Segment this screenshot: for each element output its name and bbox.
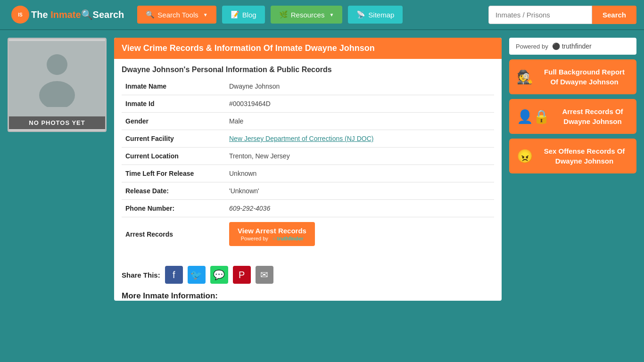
arrest-records-text: Arrest Records Of Dwayne Johnson (556, 107, 629, 126)
facility-link[interactable]: New Jersey Department of Corrections (NJ… (229, 135, 374, 142)
field-label-arrest: Arrest Records (122, 217, 225, 251)
sidebar-card-arrest-records[interactable]: 👤🔒 Arrest Records Of Dwayne Johnson (509, 99, 636, 134)
background-report-icon: 🕵️ (517, 69, 533, 85)
field-value-gender: Male (225, 113, 494, 130)
inmate-photo-box: NO PHOTOS YET (8, 38, 107, 132)
arrest-powered-by: Powered by ○ truthfinder (241, 236, 304, 241)
field-value-phone: 609-292-4036 (225, 200, 494, 217)
table-row: Gender Male (122, 113, 494, 130)
header: IS The Inmate🔍Search 🔍 Search Tools ▼ 📝 … (0, 0, 644, 30)
search-tools-button[interactable]: 🔍 Search Tools ▼ (137, 6, 216, 24)
field-label-id: Inmate Id (122, 95, 225, 113)
powered-by-bar: Powered by ⚫ truthfinder (509, 38, 636, 55)
blog-icon: 📝 (231, 10, 239, 19)
search-tools-label: Search Tools (157, 11, 198, 19)
info-panel: View Crime Records & Information Of Inma… (114, 38, 502, 301)
field-label-phone: Phone Number: (122, 200, 225, 217)
sex-offense-icon: 😠 (517, 148, 533, 164)
blog-label: Blog (242, 11, 256, 19)
blog-button[interactable]: 📝 Blog (222, 6, 265, 24)
table-row: Release Date: 'Unknown' (122, 182, 494, 200)
search-input[interactable] (488, 6, 592, 24)
more-info-title: More Inmate Information: (114, 288, 502, 301)
resources-button[interactable]: 🌿 Resources ▼ (271, 6, 343, 24)
resources-label: Resources (291, 11, 325, 19)
logo-text: The Inmate🔍Search (31, 10, 124, 19)
svg-point-3 (39, 81, 75, 107)
table-row: Time Left For Release Unknown (122, 165, 494, 182)
field-label-gender: Gender (122, 113, 225, 130)
tf-logo-circle: ⚫ (552, 42, 560, 50)
share-email-button[interactable]: ✉ (256, 266, 273, 284)
truthfinder-label: ○ truthfinder (272, 236, 303, 241)
share-section: Share This: f 🐦 💬 P ✉ (114, 258, 502, 288)
logo: IS The Inmate🔍Search (8, 4, 128, 25)
share-pinterest-button[interactable]: P (233, 266, 251, 284)
main-content: NO PHOTOS YET View Crime Records & Infor… (0, 30, 644, 308)
search-button[interactable]: Search (592, 6, 636, 24)
photo-silhouette (9, 41, 105, 116)
field-label-facility: Current Facility (122, 130, 225, 148)
field-value-time-release: Unknown (225, 165, 494, 182)
share-whatsapp-button[interactable]: 💬 (210, 266, 228, 284)
sidebar-card-sex-offense[interactable]: 😠 Sex Offense Records Of Dwayne Johnson (509, 139, 636, 173)
powered-by-text: Powered by (516, 43, 548, 50)
truthfinder-logo: ⚫ truthfinder (552, 42, 592, 50)
search-tools-icon: 🔍 (146, 10, 155, 19)
table-row: Inmate Name Dwayne Johnson (122, 78, 494, 95)
share-label: Share This: (122, 271, 160, 279)
share-facebook-button[interactable]: f (165, 266, 183, 284)
search-button-label: Search (603, 11, 626, 19)
header-search: Search (488, 6, 636, 24)
share-twitter-button[interactable]: 🐦 (188, 266, 206, 284)
sitemap-icon: 📡 (356, 10, 365, 19)
field-value-arrest: View Arrest Records Powered by ○ truthfi… (225, 217, 494, 251)
field-value-name: Dwayne Johnson (225, 78, 494, 95)
table-row: Current Facility New Jersey Department o… (122, 130, 494, 148)
view-arrest-button[interactable]: View Arrest Records Powered by ○ truthfi… (229, 222, 315, 246)
field-value-facility: New Jersey Department of Corrections (NJ… (225, 130, 494, 148)
arrest-records-icon: 👤🔒 (517, 109, 550, 124)
field-label-location: Current Location (122, 148, 225, 165)
background-report-text: Full Background Report Of Dwayne Johnson (540, 67, 629, 87)
table-row: Inmate Id #000319464D (122, 95, 494, 113)
field-value-id: #000319464D (225, 95, 494, 113)
inmate-info-table: Inmate Name Dwayne Johnson Inmate Id #00… (122, 78, 494, 251)
page-title: View Crime Records & Information Of Inma… (114, 38, 502, 59)
table-row: Current Location Trenton, New Jersey (122, 148, 494, 165)
table-row: Phone Number: 609-292-4036 (122, 200, 494, 217)
sitemap-button[interactable]: 📡 Sitemap (348, 6, 403, 24)
sidebar: Powered by ⚫ truthfinder 🕵️ Full Backgro… (509, 38, 636, 173)
field-value-release-date: 'Unknown' (225, 182, 494, 200)
field-label-time-release: Time Left For Release (122, 165, 225, 182)
section-title: Dwayne Johnson's Personal Information & … (114, 59, 502, 78)
sitemap-label: Sitemap (368, 11, 394, 19)
search-tools-dropdown-arrow: ▼ (203, 12, 208, 17)
field-label-name: Inmate Name (122, 78, 225, 95)
tf-brand-name: truthfinder (562, 42, 592, 50)
field-value-location: Trenton, New Jersey (225, 148, 494, 165)
svg-text:IS: IS (18, 12, 23, 17)
table-row-arrest: Arrest Records View Arrest Records Power… (122, 217, 494, 251)
view-arrest-label: View Arrest Records (238, 227, 306, 235)
logo-icon: IS (11, 6, 29, 24)
sidebar-card-background-report[interactable]: 🕵️ Full Background Report Of Dwayne John… (509, 59, 636, 94)
resources-icon: 🌿 (279, 10, 288, 19)
sex-offense-text: Sex Offense Records Of Dwayne Johnson (540, 146, 629, 166)
inmate-info-table-wrapper: Inmate Name Dwayne Johnson Inmate Id #00… (114, 78, 502, 258)
no-photo-label: NO PHOTOS YET (9, 116, 105, 129)
svg-point-2 (47, 54, 67, 75)
resources-dropdown-arrow: ▼ (329, 12, 334, 17)
field-label-release-date: Release Date: (122, 182, 225, 200)
